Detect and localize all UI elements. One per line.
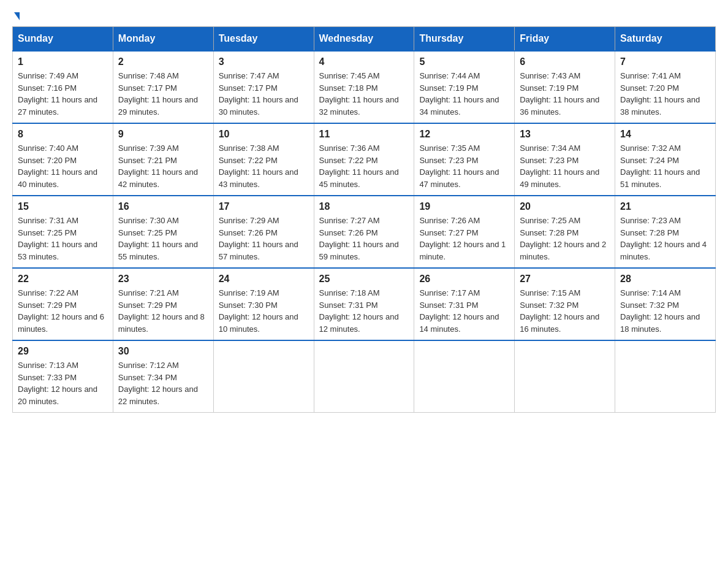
calendar-cell: 5Sunrise: 7:44 AMSunset: 7:19 PMDaylight… <box>414 51 515 123</box>
calendar-cell: 2Sunrise: 7:48 AMSunset: 7:17 PMDaylight… <box>113 51 213 123</box>
calendar-cell: 12Sunrise: 7:35 AMSunset: 7:23 PMDayligh… <box>414 123 515 196</box>
logo <box>12 12 20 20</box>
calendar-cell <box>213 340 314 413</box>
calendar-cell: 1Sunrise: 7:49 AMSunset: 7:16 PMDaylight… <box>13 51 113 123</box>
day-info: Sunrise: 7:39 AMSunset: 7:21 PMDaylight:… <box>118 142 208 190</box>
calendar-cell: 16Sunrise: 7:30 AMSunset: 7:25 PMDayligh… <box>113 196 213 268</box>
calendar-cell <box>314 340 414 413</box>
calendar-cell: 7Sunrise: 7:41 AMSunset: 7:20 PMDaylight… <box>615 51 716 123</box>
calendar-cell: 22Sunrise: 7:22 AMSunset: 7:29 PMDayligh… <box>13 268 113 340</box>
calendar-cell: 6Sunrise: 7:43 AMSunset: 7:19 PMDaylight… <box>515 51 615 123</box>
calendar-cell: 10Sunrise: 7:38 AMSunset: 7:22 PMDayligh… <box>213 123 314 196</box>
day-number: 2 <box>118 56 208 67</box>
calendar-cell: 28Sunrise: 7:14 AMSunset: 7:32 PMDayligh… <box>615 268 716 340</box>
calendar-cell <box>414 340 515 413</box>
calendar-cell: 13Sunrise: 7:34 AMSunset: 7:23 PMDayligh… <box>515 123 615 196</box>
day-info: Sunrise: 7:49 AMSunset: 7:16 PMDaylight:… <box>18 70 108 118</box>
day-info: Sunrise: 7:36 AMSunset: 7:22 PMDaylight:… <box>319 142 409 190</box>
calendar-cell: 8Sunrise: 7:40 AMSunset: 7:20 PMDaylight… <box>13 123 113 196</box>
day-number: 25 <box>319 274 409 285</box>
day-number: 3 <box>219 56 309 67</box>
day-number: 8 <box>18 129 108 140</box>
day-info: Sunrise: 7:41 AMSunset: 7:20 PMDaylight:… <box>620 70 710 118</box>
day-number: 7 <box>620 56 710 67</box>
calendar-cell: 3Sunrise: 7:47 AMSunset: 7:17 PMDaylight… <box>213 51 314 123</box>
logo-arrow-icon <box>14 12 20 20</box>
day-info: Sunrise: 7:25 AMSunset: 7:28 PMDaylight:… <box>520 215 610 262</box>
day-number: 16 <box>118 201 208 212</box>
calendar-cell: 18Sunrise: 7:27 AMSunset: 7:26 PMDayligh… <box>314 196 414 268</box>
calendar-cell: 24Sunrise: 7:19 AMSunset: 7:30 PMDayligh… <box>213 268 314 340</box>
day-info: Sunrise: 7:22 AMSunset: 7:29 PMDaylight:… <box>18 287 108 335</box>
day-info: Sunrise: 7:32 AMSunset: 7:24 PMDaylight:… <box>620 142 710 190</box>
calendar-cell: 15Sunrise: 7:31 AMSunset: 7:25 PMDayligh… <box>13 196 113 268</box>
calendar-cell: 9Sunrise: 7:39 AMSunset: 7:21 PMDaylight… <box>113 123 213 196</box>
calendar-cell: 26Sunrise: 7:17 AMSunset: 7:31 PMDayligh… <box>414 268 515 340</box>
weekday-header-saturday: Saturday <box>615 27 716 52</box>
day-info: Sunrise: 7:38 AMSunset: 7:22 PMDaylight:… <box>219 142 309 190</box>
weekday-header-wednesday: Wednesday <box>314 27 414 52</box>
weekday-header-sunday: Sunday <box>13 27 113 52</box>
day-info: Sunrise: 7:19 AMSunset: 7:30 PMDaylight:… <box>219 287 309 335</box>
day-info: Sunrise: 7:48 AMSunset: 7:17 PMDaylight:… <box>118 70 208 118</box>
day-info: Sunrise: 7:35 AMSunset: 7:23 PMDaylight:… <box>419 142 509 190</box>
day-number: 11 <box>319 129 409 140</box>
calendar-cell: 17Sunrise: 7:29 AMSunset: 7:26 PMDayligh… <box>213 196 314 268</box>
day-number: 23 <box>118 274 208 285</box>
day-number: 12 <box>419 129 509 140</box>
calendar-week-4: 22Sunrise: 7:22 AMSunset: 7:29 PMDayligh… <box>13 268 716 340</box>
day-number: 6 <box>520 56 610 67</box>
weekday-header-monday: Monday <box>113 27 213 52</box>
calendar-table: SundayMondayTuesdayWednesdayThursdayFrid… <box>12 26 716 413</box>
day-number: 22 <box>18 274 108 285</box>
calendar-cell <box>515 340 615 413</box>
day-number: 18 <box>319 201 409 212</box>
day-info: Sunrise: 7:43 AMSunset: 7:19 PMDaylight:… <box>520 70 610 118</box>
day-number: 20 <box>520 201 610 212</box>
calendar-week-2: 8Sunrise: 7:40 AMSunset: 7:20 PMDaylight… <box>13 123 716 196</box>
calendar-cell: 4Sunrise: 7:45 AMSunset: 7:18 PMDaylight… <box>314 51 414 123</box>
day-info: Sunrise: 7:31 AMSunset: 7:25 PMDaylight:… <box>18 215 108 262</box>
calendar-cell: 20Sunrise: 7:25 AMSunset: 7:28 PMDayligh… <box>515 196 615 268</box>
weekday-header-thursday: Thursday <box>414 27 515 52</box>
calendar-cell: 30Sunrise: 7:12 AMSunset: 7:34 PMDayligh… <box>113 340 213 413</box>
calendar-week-5: 29Sunrise: 7:13 AMSunset: 7:33 PMDayligh… <box>13 340 716 413</box>
calendar-header-row: SundayMondayTuesdayWednesdayThursdayFrid… <box>13 27 716 52</box>
day-info: Sunrise: 7:44 AMSunset: 7:19 PMDaylight:… <box>419 70 509 118</box>
day-info: Sunrise: 7:14 AMSunset: 7:32 PMDaylight:… <box>620 287 710 335</box>
day-number: 27 <box>520 274 610 285</box>
day-info: Sunrise: 7:29 AMSunset: 7:26 PMDaylight:… <box>219 215 309 262</box>
day-info: Sunrise: 7:18 AMSunset: 7:31 PMDaylight:… <box>319 287 409 335</box>
day-info: Sunrise: 7:21 AMSunset: 7:29 PMDaylight:… <box>118 287 208 335</box>
day-number: 14 <box>620 129 710 140</box>
day-info: Sunrise: 7:12 AMSunset: 7:34 PMDaylight:… <box>118 359 208 407</box>
day-info: Sunrise: 7:13 AMSunset: 7:33 PMDaylight:… <box>18 359 108 407</box>
day-number: 24 <box>219 274 309 285</box>
weekday-header-tuesday: Tuesday <box>213 27 314 52</box>
calendar-week-3: 15Sunrise: 7:31 AMSunset: 7:25 PMDayligh… <box>13 196 716 268</box>
day-number: 17 <box>219 201 309 212</box>
calendar-cell: 27Sunrise: 7:15 AMSunset: 7:32 PMDayligh… <box>515 268 615 340</box>
day-number: 28 <box>620 274 710 285</box>
day-number: 1 <box>18 56 108 67</box>
calendar-cell: 25Sunrise: 7:18 AMSunset: 7:31 PMDayligh… <box>314 268 414 340</box>
day-info: Sunrise: 7:47 AMSunset: 7:17 PMDaylight:… <box>219 70 309 118</box>
calendar-cell <box>615 340 716 413</box>
calendar-cell: 29Sunrise: 7:13 AMSunset: 7:33 PMDayligh… <box>13 340 113 413</box>
day-number: 29 <box>18 346 108 357</box>
weekday-header-friday: Friday <box>515 27 615 52</box>
calendar-cell: 23Sunrise: 7:21 AMSunset: 7:29 PMDayligh… <box>113 268 213 340</box>
page-header <box>12 12 716 20</box>
day-info: Sunrise: 7:40 AMSunset: 7:20 PMDaylight:… <box>18 142 108 190</box>
day-info: Sunrise: 7:26 AMSunset: 7:27 PMDaylight:… <box>419 215 509 262</box>
day-info: Sunrise: 7:27 AMSunset: 7:26 PMDaylight:… <box>319 215 409 262</box>
day-number: 4 <box>319 56 409 67</box>
day-number: 13 <box>520 129 610 140</box>
day-number: 30 <box>118 346 208 357</box>
day-number: 21 <box>620 201 710 212</box>
day-number: 10 <box>219 129 309 140</box>
day-number: 19 <box>419 201 509 212</box>
day-info: Sunrise: 7:15 AMSunset: 7:32 PMDaylight:… <box>520 287 610 335</box>
day-number: 5 <box>419 56 509 67</box>
day-info: Sunrise: 7:23 AMSunset: 7:28 PMDaylight:… <box>620 215 710 262</box>
